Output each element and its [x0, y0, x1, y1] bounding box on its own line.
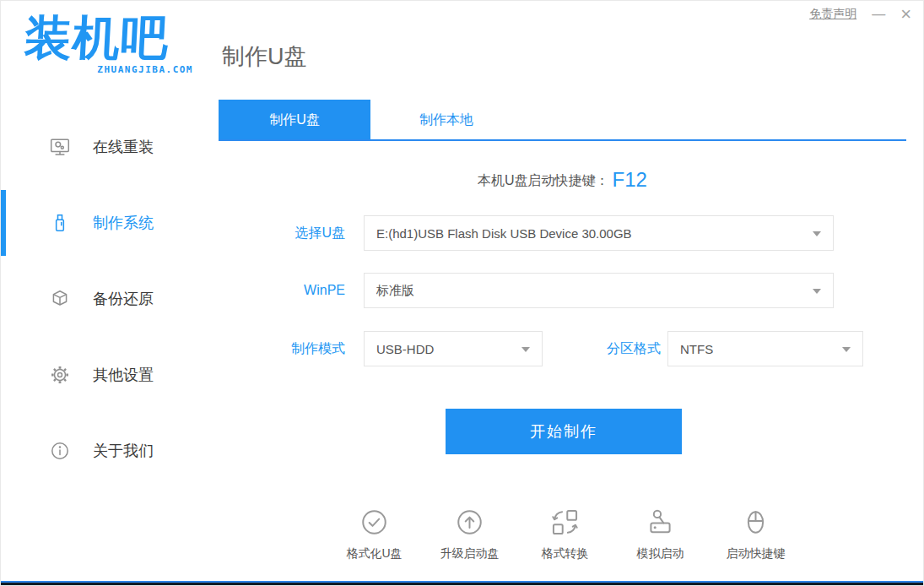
tool-simulate-boot[interactable]: 模拟启动	[613, 507, 708, 562]
start-make-button[interactable]: 开始制作	[446, 409, 682, 454]
backup-box-icon	[49, 288, 71, 310]
sidebar-item-label: 关于我们	[93, 441, 154, 461]
partition-format-label: 分区格式	[572, 340, 661, 358]
tab-bar: 制作U盘 制作本地	[219, 100, 906, 139]
monitor-icon	[49, 136, 71, 158]
tools-bar: 格式化U盘 升级启动盘 格式转换	[327, 507, 803, 562]
titlebar-controls: 免责声明 — ×	[809, 5, 911, 24]
convert-icon	[549, 526, 581, 540]
partition-format-dropdown[interactable]: NTFS	[667, 331, 863, 366]
usb-select-dropdown[interactable]: E:(hd1)USB Flash Disk USB Device 30.00GB	[364, 215, 834, 251]
tool-label: 模拟启动	[613, 546, 708, 562]
usb-select-row: 选择U盘 E:(hd1)USB Flash Disk USB Device 30…	[219, 215, 834, 251]
sidebar-item-label: 其他设置	[93, 365, 154, 385]
tool-boot-hotkey[interactable]: 启动快捷键	[708, 507, 803, 562]
mouse-icon	[740, 526, 771, 540]
sidebar-item-other-settings[interactable]: 其他设置	[1, 337, 203, 413]
sidebar: 在线重装 制作系统 备份还原	[1, 109, 203, 489]
window-bottom-accent	[1, 581, 923, 585]
chevron-down-icon	[521, 347, 530, 352]
gear-icon	[49, 364, 71, 386]
page-title: 制作U盘	[222, 41, 307, 72]
sidebar-item-about-us[interactable]: 关于我们	[1, 413, 203, 489]
tab-make-usb[interactable]: 制作U盘	[219, 100, 370, 139]
usb-select-label: 选择U盘	[219, 225, 345, 242]
joystick-icon	[645, 526, 676, 540]
tool-label: 升级启动盘	[422, 546, 517, 562]
tool-label: 格式转换	[517, 546, 613, 562]
tool-format-convert[interactable]: 格式转换	[517, 507, 613, 562]
tool-upgrade-boot-disk[interactable]: 升级启动盘	[422, 507, 517, 562]
main-content: 制作U盘 制作本地 本机U盘启动快捷键：F12 选择U盘 E:(hd1)USB …	[219, 100, 906, 581]
disclaimer-link[interactable]: 免责声明	[809, 7, 856, 22]
winpe-value: 标准版	[376, 283, 414, 299]
sidebar-item-label: 制作系统	[93, 213, 154, 233]
boot-hotkey-label: 本机U盘启动快捷键：	[478, 173, 609, 187]
boot-hotkey-value: F12	[613, 168, 647, 191]
usb-select-value: E:(hd1)USB Flash Disk USB Device 30.00GB	[376, 226, 632, 241]
check-circle-icon	[359, 526, 390, 540]
tool-label: 格式化U盘	[327, 546, 422, 562]
arrow-up-circle-icon	[454, 526, 485, 540]
make-mode-dropdown[interactable]: USB-HDD	[364, 331, 543, 366]
chevron-down-icon	[842, 347, 851, 352]
boot-hotkey-line: 本机U盘启动快捷键：F12	[219, 168, 906, 192]
logo-text: 装机吧	[23, 8, 195, 69]
sidebar-item-backup-restore[interactable]: 备份还原	[1, 261, 203, 337]
winpe-dropdown[interactable]: 标准版	[364, 273, 834, 308]
chevron-down-icon	[813, 289, 821, 294]
winpe-label: WinPE	[219, 283, 345, 298]
chevron-down-icon	[813, 231, 821, 236]
tab-underline	[219, 139, 906, 141]
make-mode-value: USB-HDD	[376, 342, 434, 356]
sidebar-item-online-reinstall[interactable]: 在线重装	[1, 109, 203, 185]
tool-format-usb[interactable]: 格式化U盘	[327, 507, 422, 562]
app-window: 免责声明 — × 装机吧 ZHUANGJIBA.COM 制作U盘 在线重装	[0, 0, 924, 586]
close-icon[interactable]: ×	[900, 5, 911, 24]
winpe-row: WinPE 标准版	[219, 273, 834, 308]
app-logo: 装机吧 ZHUANGJIBA.COM	[24, 8, 193, 75]
bottom-bar-dark	[1, 583, 923, 585]
partition-format-value: NTFS	[680, 342, 713, 356]
tool-label: 启动快捷键	[708, 546, 803, 562]
mode-partition-row: 制作模式 USB-HDD 分区格式 NTFS	[219, 331, 863, 366]
sidebar-item-make-system[interactable]: 制作系统	[1, 185, 203, 261]
minimize-icon[interactable]: —	[872, 8, 885, 21]
sidebar-item-label: 在线重装	[93, 137, 154, 157]
make-mode-label: 制作模式	[219, 340, 345, 358]
tab-make-local[interactable]: 制作本地	[370, 100, 522, 139]
info-icon	[49, 440, 71, 462]
sidebar-item-label: 备份还原	[93, 289, 154, 309]
usb-drive-icon	[49, 212, 71, 234]
